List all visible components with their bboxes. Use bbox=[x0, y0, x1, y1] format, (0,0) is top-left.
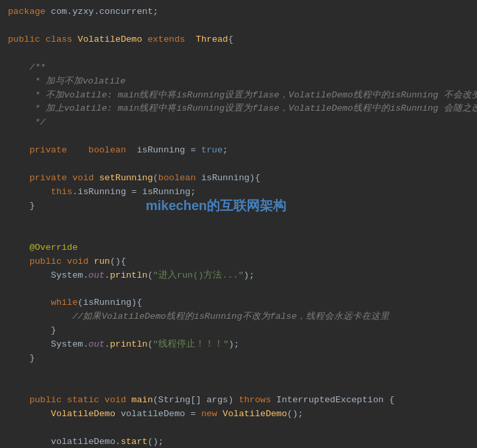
code-line-8: * 加上volatile: main线程中将isRunning设置为flase，… bbox=[8, 102, 469, 116]
code-line-2 bbox=[8, 19, 469, 33]
code-line-25: System.out.println("线程停止！！！"); bbox=[8, 338, 469, 352]
code-line-22: while(isRunning){ bbox=[8, 296, 469, 310]
code-line-20: System.out.println("进入run()方法..."); bbox=[8, 269, 469, 283]
code-line-23: //如果VolatileDemo线程的isRunning不改为false，线程会… bbox=[8, 310, 469, 324]
code-line-11: private boolean isRunning = true; bbox=[8, 144, 469, 158]
code-line-17 bbox=[8, 227, 469, 241]
code-line-31 bbox=[8, 421, 469, 435]
code-line-7: * 不加volatile: main线程中将isRunning设置为flase，… bbox=[8, 89, 469, 103]
code-line-19: public void run(){ bbox=[8, 255, 469, 269]
code-line-9: */ bbox=[8, 116, 469, 130]
code-line-29: public static void main(String[] args) t… bbox=[8, 394, 469, 408]
code-line-18: @Override bbox=[8, 241, 469, 255]
code-line-14: this.isRunning = isRunning; bbox=[8, 186, 469, 199]
code-line-32: volatileDemo.start(); bbox=[8, 435, 469, 448]
code-line-24: } bbox=[8, 324, 469, 338]
code-line-28 bbox=[8, 380, 469, 394]
code-line-26: } bbox=[8, 352, 469, 366]
code-line-1: package com.yzxy.concurrent; bbox=[8, 5, 469, 19]
code-line-12 bbox=[8, 158, 469, 172]
code-line-15: } bbox=[8, 199, 469, 213]
code-line-10 bbox=[8, 130, 469, 144]
code-line-4 bbox=[8, 47, 469, 61]
code-line-21 bbox=[8, 282, 469, 296]
code-line-30: VolatileDemo volatileDemo = new Volatile… bbox=[8, 408, 469, 421]
code-line-3: public class VolatileDemo extends Thread… bbox=[8, 33, 469, 47]
code-line-27 bbox=[8, 366, 469, 380]
code-line-5: /** bbox=[8, 61, 469, 75]
code-line-13: private void setRunning(boolean isRunnin… bbox=[8, 172, 469, 186]
code-editor: package com.yzxy.concurrent; public clas… bbox=[0, 0, 477, 448]
code-line-16 bbox=[8, 213, 469, 227]
code-line-6: * 加与不加volatile bbox=[8, 75, 469, 89]
